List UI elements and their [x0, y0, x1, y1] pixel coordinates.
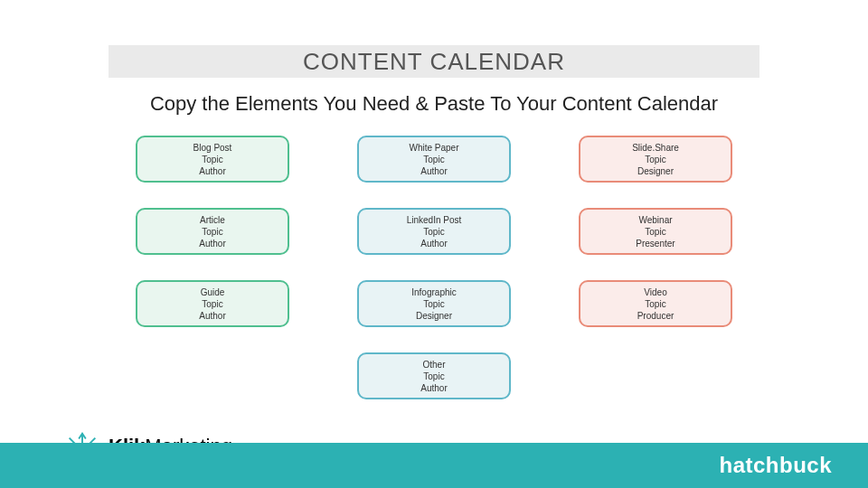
card-field: Topic [423, 226, 444, 238]
card-title: Guide [201, 286, 225, 298]
grid-row: Article Topic Author LinkedIn Post Topic… [136, 208, 732, 255]
card-title: White Paper [409, 142, 458, 154]
slide: CONTENT CALENDAR Copy the Elements You N… [0, 0, 868, 488]
card-video[interactable]: Video Topic Producer [579, 280, 732, 327]
card-owner: Author [199, 165, 225, 177]
card-owner: Presenter [636, 238, 675, 249]
card-title: Video [644, 286, 666, 298]
footer-bar: hatchbuck [0, 443, 868, 488]
card-owner: Designer [416, 310, 452, 322]
card-webinar[interactable]: Webinar Topic Presenter [579, 208, 732, 255]
card-title: Article [200, 214, 225, 226]
card-title: Slide.Share [632, 142, 679, 154]
card-title: Webinar [638, 214, 672, 226]
title-bar: CONTENT CALENDAR [108, 45, 760, 78]
footer-brand: hatchbuck [719, 453, 832, 478]
card-slideshare[interactable]: Slide.Share Topic Designer [579, 136, 732, 183]
grid-row: Other Topic Author [136, 352, 732, 399]
card-field: Topic [423, 154, 444, 165]
card-field: Topic [645, 154, 665, 165]
grid-row: Blog Post Topic Author White Paper Topic… [136, 136, 732, 183]
card-owner: Author [420, 165, 447, 177]
card-guide[interactable]: Guide Topic Author [136, 280, 289, 327]
card-field: Topic [202, 154, 222, 165]
page-title: CONTENT CALENDAR [303, 48, 565, 76]
card-title: Blog Post [193, 142, 232, 154]
card-field: Topic [202, 298, 222, 310]
card-title: Infographic [411, 286, 456, 298]
card-owner: Designer [637, 165, 674, 177]
card-infographic[interactable]: Infographic Topic Designer [357, 280, 511, 327]
card-title: Other [422, 359, 445, 371]
card-owner: Author [420, 238, 447, 249]
card-field: Topic [202, 226, 222, 238]
card-field: Topic [645, 298, 665, 310]
card-blog-post[interactable]: Blog Post Topic Author [136, 136, 289, 183]
card-article[interactable]: Article Topic Author [136, 208, 289, 255]
card-owner: Author [199, 238, 225, 249]
card-grid: Blog Post Topic Author White Paper Topic… [136, 136, 732, 399]
card-owner: Author [199, 310, 225, 322]
card-field: Topic [645, 226, 665, 238]
card-field: Topic [423, 371, 444, 382]
card-field: Topic [423, 298, 444, 310]
page-subtitle: Copy the Elements You Need & Paste To Yo… [0, 92, 868, 116]
grid-row: Guide Topic Author Infographic Topic Des… [136, 280, 732, 327]
card-other[interactable]: Other Topic Author [357, 352, 511, 399]
card-owner: Author [420, 382, 447, 394]
card-white-paper[interactable]: White Paper Topic Author [357, 136, 511, 183]
card-title: LinkedIn Post [407, 214, 462, 226]
card-linkedin-post[interactable]: LinkedIn Post Topic Author [357, 208, 511, 255]
card-owner: Producer [637, 310, 675, 322]
